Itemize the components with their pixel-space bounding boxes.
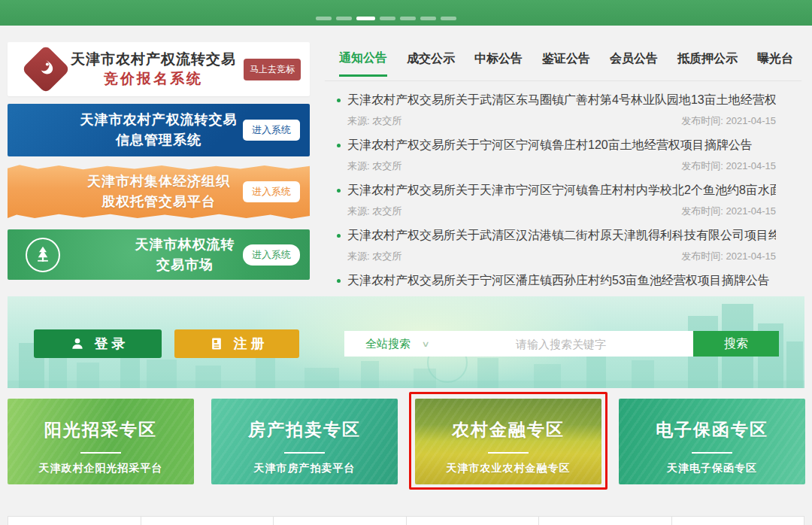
zone-divider [692, 452, 732, 454]
notice-meta: 来源: 农交所 发布时间: 2021-04-15 [347, 159, 776, 173]
info-management-system-banner[interactable]: 天津市农村产权流转交易 信息管理系统 进入系统 [8, 104, 310, 156]
notice-link[interactable]: 天津农村产权交易所关于武清区东马圈镇广善村第4号林业队园地13亩土地经营权等4个… [325, 93, 776, 108]
brand-title: 天津市农村产权流转交易 [63, 50, 244, 69]
carousel-dash-6[interactable] [420, 17, 436, 20]
go-bid-button[interactable]: 马上去竞标 [244, 59, 301, 80]
zone-subtitle: 天津市房产拍卖平台 [254, 462, 356, 475]
hero-banner: 登 录 注 册 全站搜索 ∨ 搜索 [8, 296, 804, 388]
notice-source: 来源: 农交所 [347, 205, 401, 218]
notice-title[interactable]: 天津农村产权交易所关于武清区东马圈镇广善村第4号林业队园地13亩土地经营权等4个… [347, 93, 776, 108]
top-carousel-bar [0, 0, 812, 26]
notice-list: 天津农村产权交易所关于武清区东马圈镇广善村第4号林业队园地13亩土地经营权等4个… [325, 93, 776, 308]
footer-cell[interactable] [538, 516, 672, 525]
notice-meta: 来源: 农交所 发布时间: 2021-04-15 [347, 250, 776, 263]
zone-divider [284, 452, 325, 454]
tab-exposure[interactable]: 曝光台 [757, 51, 793, 75]
tab-notice[interactable]: 通知公告 [339, 50, 387, 77]
notice-date: 发布时间: 2021-04-15 [681, 205, 776, 218]
search-button[interactable]: 搜索 [693, 331, 779, 357]
carousel-dash-3-active[interactable] [356, 17, 375, 20]
list-item: 天津农村产权交易所关于武清区东马圈镇广善村第4号林业队园地13亩土地经营权等4个… [325, 93, 776, 128]
bullet-icon [337, 279, 341, 283]
carousel-dash-7[interactable] [441, 17, 456, 20]
notice-date: 发布时间: 2021-04-15 [681, 159, 776, 173]
bidding-system-card: 天津市农村产权流转交易 竞价报名系统 马上去竞标 [8, 42, 310, 96]
search-bar: 全站搜索 ∨ [344, 331, 693, 357]
notice-source: 来源: 农交所 [347, 114, 401, 128]
tab-certification[interactable]: 鉴证公告 [542, 51, 590, 75]
login-button[interactable]: 登 录 [34, 329, 162, 358]
footer-cell[interactable] [671, 516, 805, 525]
zone-rural-finance[interactable]: 农村金融专区 天津市农业农村金融专区 [415, 399, 601, 484]
footer-cell[interactable] [8, 516, 141, 525]
zone-subtitle: 天津电子保函专区 [667, 462, 757, 475]
notice-meta: 来源: 农交所 发布时间: 2021-04-15 [347, 205, 776, 218]
notice-tabs: 通知公告 成交公示 中标公告 鉴证公告 会员公告 抵质押公示 曝光台 更多 ▶ [325, 45, 801, 81]
enter-system-button-green[interactable]: 进入系统 [243, 244, 300, 266]
notice-title[interactable]: 天津农村产权交易所关于武清区汉沽港镇二街村原天津凯得利科技有限公司项目终结公告 [347, 228, 776, 244]
list-item: 天津农村产权交易所关于宁河区宁河镇鲁庄村120亩土地经营权项目摘牌公告 来源: … [325, 138, 776, 173]
register-label: 注 册 [233, 335, 264, 353]
enter-system-button-blue[interactable]: 进入系统 [243, 120, 300, 141]
id-card-icon [209, 336, 224, 351]
notice-link[interactable]: 天津农村产权交易所关于天津市宁河区宁河镇鲁庄村村内学校北2个鱼池约8亩水面经营.… [325, 183, 776, 199]
notice-source: 来源: 农交所 [347, 250, 401, 263]
zone-electronic-guarantee[interactable]: 电子保函专区 天津电子保函专区 [619, 399, 805, 484]
bullet-icon [337, 144, 341, 147]
zone-subtitle: 天津市农业农村金融专区 [447, 462, 571, 475]
tab-mortgage[interactable]: 抵质押公示 [677, 51, 738, 75]
tab-winning-bid[interactable]: 中标公告 [474, 51, 523, 75]
notice-link[interactable]: 天津农村产权交易所关于宁河区宁河镇鲁庄村120亩土地经营权项目摘牌公告 [325, 138, 776, 153]
list-item: 天津农村产权交易所关于武清区汉沽港镇二街村原天津凯得利科技有限公司项目终结公告 … [325, 228, 776, 263]
zone-sunshine-procurement[interactable]: 阳光招采专区 天津政村企阳光招采平台 [8, 399, 194, 484]
zone-real-estate-auction[interactable]: 房产拍卖专区 天津市房产拍卖平台 [211, 399, 398, 484]
zone-subtitle: 天津政村企阳光招采平台 [39, 462, 163, 475]
footer-strip [8, 516, 804, 525]
forest-rights-market-banner[interactable]: 天津市林权流转 交易市场 进入系统 [8, 229, 310, 280]
tab-deals[interactable]: 成交公示 [407, 51, 455, 75]
enter-system-button-orange[interactable]: 进入系统 [243, 181, 300, 202]
notice-link[interactable]: 天津农村产权交易所关于武清区汉沽港镇二街村原天津凯得利科技有限公司项目终结公告 [325, 228, 776, 244]
carousel-indicators [316, 17, 456, 20]
brand-subtitle: 竞价报名系统 [63, 69, 244, 89]
chevron-down-icon: ∨ [421, 339, 429, 349]
notice-date: 发布时间: 2021-04-15 [681, 114, 776, 128]
site-search: 全站搜索 ∨ 搜索 [344, 331, 779, 357]
carousel-dash-2[interactable] [336, 17, 352, 20]
notice-title[interactable]: 天津农村产权交易所关于天津市宁河区宁河镇鲁庄村村内学校北2个鱼池约8亩水面经营.… [347, 183, 776, 199]
footer-cell[interactable] [273, 516, 407, 525]
notice-link[interactable]: 天津农村产权交易所关于宁河区潘庄镇西孙庄村约53亩鱼池经营权项目摘牌公告 [325, 273, 776, 289]
user-icon [70, 336, 85, 351]
zone-title: 阳光招采专区 [44, 418, 157, 442]
notice-title[interactable]: 天津农村产权交易所关于宁河区潘庄镇西孙庄村约53亩鱼池经营权项目摘牌公告 [347, 273, 770, 289]
zone-divider [488, 452, 529, 454]
forest-tree-icon [26, 238, 60, 272]
carousel-dash-5[interactable] [400, 17, 416, 20]
bullet-icon [337, 189, 341, 193]
search-scope-label: 全站搜索 [365, 337, 411, 351]
search-scope-dropdown[interactable]: 全站搜索 ∨ [344, 337, 429, 351]
notice-meta: 来源: 农交所 发布时间: 2021-04-15 [347, 114, 776, 128]
register-button[interactable]: 注 册 [174, 329, 299, 358]
page: 天津市农村产权流转交易 竞价报名系统 马上去竞标 天津市农村产权流转交易 信息管… [0, 0, 812, 525]
carousel-dash-1[interactable] [316, 17, 332, 20]
notice-panel: 通知公告 成交公示 中标公告 鉴证公告 会员公告 抵质押公示 曝光台 更多 ▶ … [325, 45, 801, 318]
footer-cell[interactable] [406, 516, 540, 525]
tab-member[interactable]: 会员公告 [610, 51, 658, 75]
zone-title: 电子保函专区 [656, 418, 768, 442]
notice-title[interactable]: 天津农村产权交易所关于宁河区宁河镇鲁庄村120亩土地经营权项目摘牌公告 [347, 138, 753, 153]
list-item: 天津农村产权交易所关于天津市宁河区宁河镇鲁庄村村内学校北2个鱼池约8亩水面经营.… [325, 183, 776, 218]
notice-source: 来源: 农交所 [347, 159, 401, 173]
bullet-icon [337, 99, 341, 102]
login-label: 登 录 [94, 335, 125, 353]
zone-divider [80, 452, 121, 454]
carousel-dash-4[interactable] [380, 17, 395, 20]
brand-text: 天津市农村产权流转交易 竞价报名系统 [63, 50, 244, 88]
equity-custody-platform-banner[interactable]: 天津市村集体经济组织 股权托管交易平台 进入系统 [8, 163, 310, 220]
zone-title: 房产拍卖专区 [248, 418, 361, 442]
notice-date: 发布时间: 2021-04-15 [681, 250, 776, 263]
footer-cell[interactable] [141, 516, 274, 525]
bullet-icon [337, 234, 341, 238]
zone-title: 农村金融专区 [452, 418, 565, 442]
search-input[interactable] [429, 331, 693, 357]
